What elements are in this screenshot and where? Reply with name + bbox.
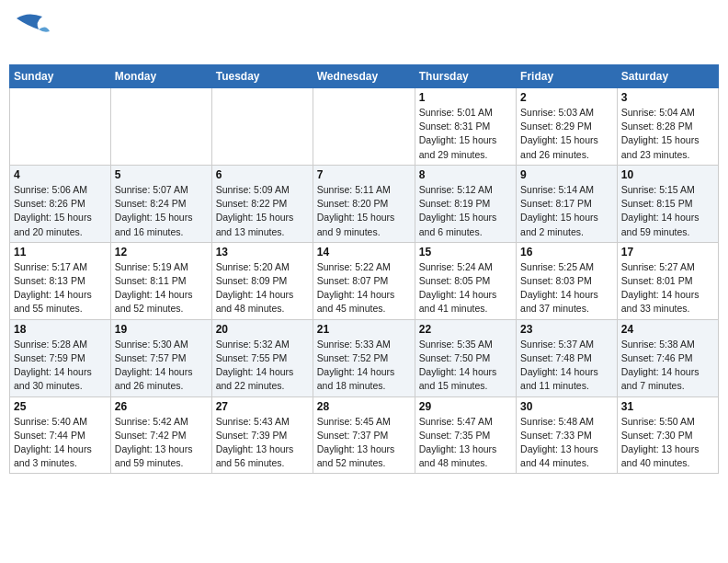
calendar-empty-cell [211,88,313,166]
calendar-day-22: 22Sunrise: 5:35 AMSunset: 7:50 PMDayligh… [415,319,516,396]
calendar-header-row: SundayMondayTuesdayWednesdayThursdayFrid… [10,65,719,88]
day-info: Sunrise: 5:47 AMSunset: 7:35 PMDaylight:… [419,415,512,471]
calendar-day-29: 29Sunrise: 5:47 AMSunset: 7:35 PMDayligh… [415,396,516,474]
logo-icon [9,9,53,53]
day-info: Sunrise: 5:09 AMSunset: 8:22 PMDaylight:… [216,183,309,239]
day-number: 13 [216,246,309,259]
day-info: Sunrise: 5:27 AMSunset: 8:01 PMDaylight:… [621,260,714,316]
calendar-day-8: 8Sunrise: 5:12 AMSunset: 8:19 PMDaylight… [415,165,516,242]
calendar-week-row: 1Sunrise: 5:01 AMSunset: 8:31 PMDaylight… [10,88,719,166]
calendar-day-19: 19Sunrise: 5:30 AMSunset: 7:57 PMDayligh… [110,319,211,396]
day-info: Sunrise: 5:22 AMSunset: 8:07 PMDaylight:… [317,260,411,316]
day-number: 21 [317,323,411,336]
calendar-week-row: 25Sunrise: 5:40 AMSunset: 7:44 PMDayligh… [10,396,719,474]
day-info: Sunrise: 5:11 AMSunset: 8:20 PMDaylight:… [317,183,411,239]
calendar-day-26: 26Sunrise: 5:42 AMSunset: 7:42 PMDayligh… [110,396,211,474]
weekday-header-monday: Monday [110,65,211,88]
day-number: 1 [419,91,512,104]
weekday-header-tuesday: Tuesday [211,65,313,88]
calendar-day-30: 30Sunrise: 5:48 AMSunset: 7:33 PMDayligh… [517,396,618,474]
calendar-day-18: 18Sunrise: 5:28 AMSunset: 7:59 PMDayligh… [10,319,111,396]
logo [9,9,55,57]
calendar-day-23: 23Sunrise: 5:37 AMSunset: 7:48 PMDayligh… [517,319,618,396]
day-number: 17 [621,246,714,259]
calendar-day-3: 3Sunrise: 5:04 AMSunset: 8:28 PMDaylight… [617,88,718,166]
weekday-header-wednesday: Wednesday [313,65,415,88]
day-number: 2 [520,91,613,104]
day-number: 22 [419,323,512,336]
day-info: Sunrise: 5:33 AMSunset: 7:52 PMDaylight:… [317,338,411,394]
day-info: Sunrise: 5:20 AMSunset: 8:09 PMDaylight:… [216,260,309,316]
header [9,9,719,57]
weekday-header-friday: Friday [517,65,618,88]
day-info: Sunrise: 5:17 AMSunset: 8:13 PMDaylight:… [14,260,107,316]
calendar-day-7: 7Sunrise: 5:11 AMSunset: 8:20 PMDaylight… [313,165,415,242]
day-number: 31 [621,400,714,413]
weekday-header-sunday: Sunday [10,65,111,88]
day-number: 4 [14,168,107,181]
day-info: Sunrise: 5:28 AMSunset: 7:59 PMDaylight:… [14,338,107,394]
day-number: 8 [419,168,512,181]
calendar-empty-cell [10,88,111,166]
day-info: Sunrise: 5:14 AMSunset: 8:17 PMDaylight:… [520,183,613,239]
day-number: 18 [14,323,107,336]
day-info: Sunrise: 5:24 AMSunset: 8:05 PMDaylight:… [419,260,512,316]
day-info: Sunrise: 5:07 AMSunset: 8:24 PMDaylight:… [115,183,208,239]
day-info: Sunrise: 5:43 AMSunset: 7:39 PMDaylight:… [216,415,309,471]
day-number: 15 [419,246,512,259]
day-info: Sunrise: 5:42 AMSunset: 7:42 PMDaylight:… [115,415,208,471]
calendar-empty-cell [110,88,211,166]
calendar-week-row: 18Sunrise: 5:28 AMSunset: 7:59 PMDayligh… [10,319,719,396]
day-number: 29 [419,400,512,413]
weekday-header-thursday: Thursday [415,65,516,88]
calendar-day-24: 24Sunrise: 5:38 AMSunset: 7:46 PMDayligh… [617,319,718,396]
day-number: 25 [14,400,107,413]
day-number: 23 [520,323,613,336]
day-number: 27 [216,400,309,413]
day-info: Sunrise: 5:25 AMSunset: 8:03 PMDaylight:… [520,260,613,316]
day-info: Sunrise: 5:50 AMSunset: 7:30 PMDaylight:… [621,415,714,471]
calendar-day-11: 11Sunrise: 5:17 AMSunset: 8:13 PMDayligh… [10,242,111,319]
day-number: 30 [520,400,613,413]
day-info: Sunrise: 5:45 AMSunset: 7:37 PMDaylight:… [317,415,411,471]
calendar-day-16: 16Sunrise: 5:25 AMSunset: 8:03 PMDayligh… [517,242,618,319]
day-number: 28 [317,400,411,413]
day-info: Sunrise: 5:40 AMSunset: 7:44 PMDaylight:… [14,415,107,471]
day-info: Sunrise: 5:38 AMSunset: 7:46 PMDaylight:… [621,338,714,394]
calendar-day-27: 27Sunrise: 5:43 AMSunset: 7:39 PMDayligh… [211,396,313,474]
day-number: 14 [317,246,411,259]
day-number: 24 [621,323,714,336]
calendar-day-25: 25Sunrise: 5:40 AMSunset: 7:44 PMDayligh… [10,396,111,474]
day-number: 7 [317,168,411,181]
day-number: 3 [621,91,714,104]
day-info: Sunrise: 5:15 AMSunset: 8:15 PMDaylight:… [621,183,714,239]
day-number: 11 [14,246,107,259]
day-info: Sunrise: 5:32 AMSunset: 7:55 PMDaylight:… [216,338,309,394]
calendar-table: SundayMondayTuesdayWednesdayThursdayFrid… [9,64,719,474]
day-number: 20 [216,323,309,336]
day-info: Sunrise: 5:19 AMSunset: 8:11 PMDaylight:… [115,260,208,316]
calendar-day-12: 12Sunrise: 5:19 AMSunset: 8:11 PMDayligh… [110,242,211,319]
day-info: Sunrise: 5:03 AMSunset: 8:29 PMDaylight:… [520,106,613,162]
day-info: Sunrise: 5:06 AMSunset: 8:26 PMDaylight:… [14,183,107,239]
weekday-header-saturday: Saturday [617,65,718,88]
day-number: 9 [520,168,613,181]
calendar-week-row: 11Sunrise: 5:17 AMSunset: 8:13 PMDayligh… [10,242,719,319]
calendar-day-6: 6Sunrise: 5:09 AMSunset: 8:22 PMDaylight… [211,165,313,242]
calendar-day-31: 31Sunrise: 5:50 AMSunset: 7:30 PMDayligh… [617,396,718,474]
calendar-day-20: 20Sunrise: 5:32 AMSunset: 7:55 PMDayligh… [211,319,313,396]
calendar-week-row: 4Sunrise: 5:06 AMSunset: 8:26 PMDaylight… [10,165,719,242]
calendar-empty-cell [313,88,415,166]
day-number: 6 [216,168,309,181]
calendar-day-13: 13Sunrise: 5:20 AMSunset: 8:09 PMDayligh… [211,242,313,319]
calendar-day-17: 17Sunrise: 5:27 AMSunset: 8:01 PMDayligh… [617,242,718,319]
calendar-day-9: 9Sunrise: 5:14 AMSunset: 8:17 PMDaylight… [517,165,618,242]
calendar-day-21: 21Sunrise: 5:33 AMSunset: 7:52 PMDayligh… [313,319,415,396]
calendar-day-14: 14Sunrise: 5:22 AMSunset: 8:07 PMDayligh… [313,242,415,319]
day-info: Sunrise: 5:04 AMSunset: 8:28 PMDaylight:… [621,106,714,162]
day-number: 10 [621,168,714,181]
day-number: 12 [115,246,208,259]
day-number: 26 [115,400,208,413]
calendar-day-10: 10Sunrise: 5:15 AMSunset: 8:15 PMDayligh… [617,165,718,242]
calendar-day-4: 4Sunrise: 5:06 AMSunset: 8:26 PMDaylight… [10,165,111,242]
